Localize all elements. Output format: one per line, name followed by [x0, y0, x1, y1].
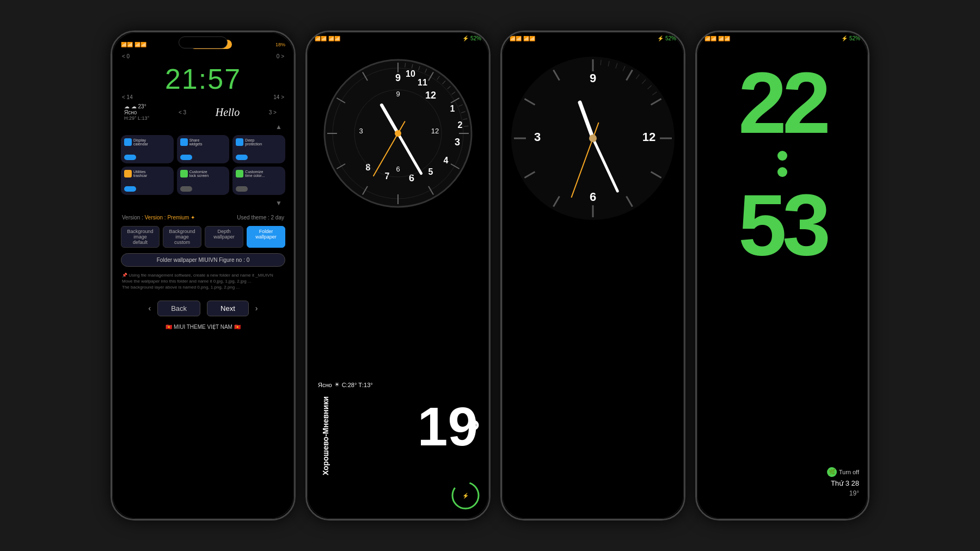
- battery-indicator: 18%: [275, 42, 285, 47]
- widget-customize-lock[interactable]: Customizelock screen: [177, 167, 230, 195]
- wp-btn-folder[interactable]: Folderwallpaper: [247, 226, 285, 248]
- svg-text:3: 3: [359, 127, 363, 135]
- folder-input[interactable]: Folder wallpaper MIUIVN Figure no : 0: [121, 253, 285, 267]
- widget-toggle-3[interactable]: [236, 155, 248, 160]
- phone-4-screen: 📶📶 📶📶 ⚡ 52% 22 53 🌿 Turn off: [697, 32, 868, 519]
- counter-left-1[interactable]: < 0: [122, 53, 130, 59]
- widget-customize-time[interactable]: Customizetime color...: [232, 167, 285, 195]
- svg-point-46: [395, 130, 401, 137]
- phone-1-content: 📶📶 📶📶 ✎ Tuỳ chỉnh 18% < 0 0 > 21:57 < 14…: [112, 32, 294, 519]
- svg-text:9: 9: [395, 72, 401, 83]
- analog-clock-3: 9 12 6 3: [509, 54, 677, 223]
- phone-1-screen: 📶📶 📶📶 ✎ Tuỳ chỉnh 18% < 0 0 > 21:57 < 14…: [112, 32, 294, 519]
- widget-display-calendar[interactable]: Displaycalendar: [121, 135, 174, 163]
- status-bar-2: 📶📶 📶📶 ⚡ 52%: [307, 32, 489, 45]
- widget-utilities[interactable]: Utilitiestrashcar: [121, 167, 174, 195]
- svg-text:2: 2: [458, 120, 463, 130]
- wallpaper-buttons: Backgroundimage default Backgroundimage …: [117, 224, 290, 250]
- weather-city: Ясно: [124, 109, 149, 115]
- counter-left-3[interactable]: < 3: [179, 109, 186, 115]
- battery-3: ⚡ 52%: [657, 35, 676, 41]
- svg-text:10: 10: [406, 69, 415, 78]
- phone-3-screen: 📶📶 📶📶 ⚡ 52%: [502, 32, 684, 519]
- version-premium: Version : Premium ✦: [145, 215, 195, 221]
- svg-text:12: 12: [642, 130, 656, 144]
- counter-right-2[interactable]: 14 >: [273, 94, 284, 100]
- svg-text:3: 3: [534, 130, 541, 144]
- weather-highlow: H:29° L:13°: [124, 115, 149, 121]
- svg-text:12: 12: [431, 127, 439, 135]
- svg-text:6: 6: [590, 190, 596, 204]
- widget-toggle-2[interactable]: [180, 155, 192, 160]
- digital-time-container: 22 53: [697, 59, 868, 268]
- date-display: Thứ 3 28: [831, 479, 859, 487]
- used-theme: Used theme : 2 day: [237, 215, 284, 221]
- widget-toggle-4[interactable]: [124, 186, 136, 192]
- svg-text:4: 4: [444, 156, 449, 165]
- phone-2-screen: 📶📶 📶📶 ⚡ 52%: [307, 32, 489, 519]
- svg-text:6: 6: [396, 165, 400, 173]
- widget-deep-protection[interactable]: Deepprotection: [232, 135, 285, 163]
- svg-text:9: 9: [590, 71, 596, 85]
- svg-text:⚡: ⚡: [462, 492, 469, 499]
- nav-right-arrow[interactable]: ›: [255, 304, 258, 313]
- battery-4: ⚡ 52%: [841, 35, 860, 41]
- battery-circle: ⚡: [451, 481, 480, 510]
- counter-right-1[interactable]: 0 >: [277, 53, 284, 59]
- svg-text:5: 5: [428, 167, 433, 176]
- svg-text:8: 8: [366, 163, 371, 172]
- weather-temps-2: С:28° Т:13°: [342, 382, 373, 388]
- svg-text:11: 11: [418, 78, 427, 87]
- phone-2: 📶📶 📶📶 ⚡ 52%: [305, 30, 491, 521]
- next-button[interactable]: Next: [207, 301, 249, 316]
- back-button[interactable]: Back: [157, 301, 200, 316]
- phone-1-notch: [179, 36, 228, 48]
- digital-hours: 22: [697, 59, 868, 146]
- wp-btn-default[interactable]: Backgroundimage default: [121, 226, 160, 248]
- widget-share[interactable]: Sharewidgets: [177, 135, 230, 163]
- footer-text: 🇻🇳 MIUI THEME VIỆT NAM 🇻🇳: [117, 322, 290, 332]
- svg-text:12: 12: [425, 90, 436, 101]
- time-display: 21:57: [117, 63, 290, 95]
- info-text: 📌 Using file management software, create…: [117, 270, 290, 293]
- big-temp-degree: °: [467, 415, 480, 448]
- digital-colon: [697, 151, 868, 177]
- weather-sun-icon: ☀: [334, 381, 340, 388]
- bottom-info: 🌿 Turn off Thứ 3 28 19°: [827, 467, 859, 497]
- phone-4: 📶📶 📶📶 ⚡ 52% 22 53 🌿 Turn off: [695, 30, 869, 521]
- phone-3: 📶📶 📶📶 ⚡ 52%: [500, 30, 685, 521]
- status-icons-left: 📶📶 📶📶: [121, 42, 146, 47]
- widget-toggle-6[interactable]: [236, 186, 248, 192]
- status-bar-3: 📶📶 📶📶 ⚡ 52%: [502, 32, 684, 45]
- turn-off-label: Turn off: [839, 469, 859, 475]
- counter-right-3[interactable]: 3 >: [269, 109, 277, 115]
- widgets-grid: Displaycalendar Sharewidgets Deepprotect…: [121, 135, 285, 195]
- status-bar-4: 📶📶 📶📶 ⚡ 52%: [697, 32, 868, 45]
- version-row: Version : Version : Premium ✦ Used theme…: [117, 211, 290, 224]
- weather-city-2: Ясно: [318, 382, 332, 388]
- hello-text: Hello: [216, 106, 240, 119]
- svg-point-77: [589, 134, 597, 142]
- nav-left-arrow[interactable]: ‹: [149, 304, 151, 313]
- svg-text:9: 9: [396, 90, 400, 98]
- digital-minutes: 53: [697, 181, 868, 268]
- widget-toggle-5[interactable]: [180, 186, 192, 192]
- temp-display: 19°: [849, 489, 859, 497]
- weather-icon-temp: ☁ ☁ 23°: [124, 103, 149, 109]
- svg-text:1: 1: [450, 104, 455, 113]
- svg-text:3: 3: [455, 137, 460, 148]
- nav-buttons: ‹ Back Next ›: [117, 295, 290, 322]
- battery-2: ⚡ 52%: [462, 35, 481, 41]
- phone-1: 📶📶 📶📶 ✎ Tuỳ chỉnh 18% < 0 0 > 21:57 < 14…: [111, 30, 296, 521]
- widget-toggle-1[interactable]: [124, 155, 136, 160]
- analog-clock-2: 9 10 11 12 1 2 3 4 5 6 7 8 9 12 6 3: [322, 57, 474, 210]
- wp-btn-custom[interactable]: Backgroundimage custom: [163, 226, 201, 248]
- wp-btn-depth[interactable]: Depthwallpaper: [205, 226, 243, 248]
- city-vertical: Хорошево-Мневники: [321, 396, 330, 475]
- counter-left-2[interactable]: < 14: [122, 94, 133, 100]
